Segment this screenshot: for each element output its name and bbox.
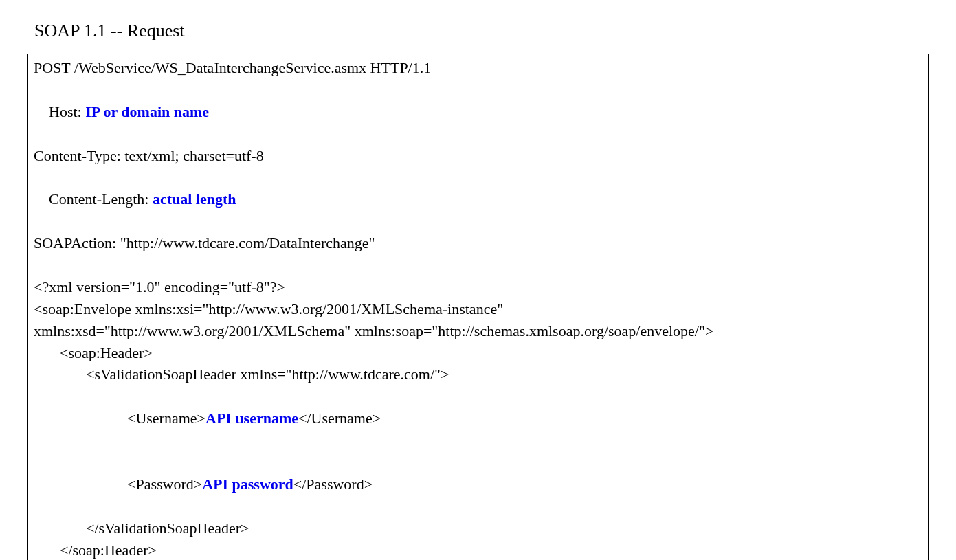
host-placeholder: IP or domain name	[85, 103, 209, 120]
username-placeholder: API username	[205, 410, 298, 427]
username-close-tag: </Username>	[298, 410, 381, 427]
http-content-type-line: Content-Type: text/xml; charset=utf-8	[34, 145, 922, 167]
username-open-tag: <Username>	[127, 410, 205, 427]
password-close-tag: </Password>	[293, 475, 373, 493]
envelope-open-line2: xmlns:xsd="http://www.w3.org/2001/XMLSch…	[34, 320, 922, 342]
username-line: <Username>API username</Username>	[34, 385, 922, 451]
section-title: SOAP 1.1 -- Request	[34, 21, 929, 41]
validation-header-close: </sValidationSoapHeader>	[34, 517, 922, 539]
code-block: POST /WebService/WS_DataInterchangeServi…	[27, 54, 929, 560]
http-request-line: POST /WebService/WS_DataInterchangeServi…	[34, 57, 922, 79]
password-placeholder: API password	[202, 475, 293, 493]
xml-declaration: <?xml version="1.0" encoding="utf-8"?>	[34, 276, 922, 298]
host-label: Host:	[49, 103, 85, 120]
validation-header-open: <sValidationSoapHeader xmlns="http://www…	[34, 363, 922, 385]
password-line: <Password>API password</Password>	[34, 451, 922, 517]
envelope-open-line1: <soap:Envelope xmlns:xsi="http://www.w3.…	[34, 298, 922, 320]
password-open-tag: <Password>	[127, 475, 202, 493]
content-length-placeholder: actual length	[153, 190, 236, 208]
http-host-line: Host: IP or domain name	[34, 79, 922, 145]
http-content-length-line: Content-Length: actual length	[34, 166, 922, 232]
blank-line	[34, 254, 922, 276]
content-length-label: Content-Length:	[49, 190, 153, 208]
soap-header-open: <soap:Header>	[34, 342, 922, 364]
http-soapaction-line: SOAPAction: "http://www.tdcare.com/DataI…	[34, 232, 922, 254]
soap-header-close: </soap:Header>	[34, 539, 922, 560]
